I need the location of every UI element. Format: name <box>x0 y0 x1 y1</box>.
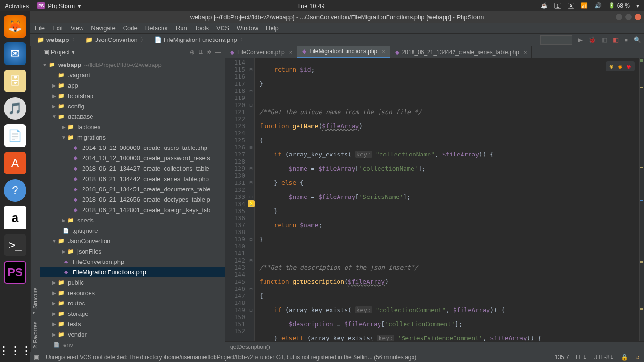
readonly-lock-icon[interactable]: 🔒 <box>621 354 628 361</box>
run-button-icon[interactable]: ▶ <box>578 36 583 43</box>
clock[interactable]: Tue 10:49 <box>81 2 541 9</box>
error-stripe[interactable] <box>639 58 644 341</box>
encoding[interactable]: UTF-8⇣ <box>594 354 614 361</box>
tree-file[interactable]: ◆FileConvertion.php <box>40 256 225 267</box>
menu-tools[interactable]: Tools <box>195 25 209 32</box>
tree-file[interactable]: ◆2018_06_21_142801_create_foreign_keys_t… <box>40 205 225 215</box>
opera-icon[interactable] <box>627 63 631 70</box>
wifi-icon[interactable]: 📶 <box>581 2 588 9</box>
editor-tab[interactable]: ◆FileConvertion.php× <box>225 46 297 58</box>
rhythmbox-icon[interactable]: 🎵 <box>4 97 26 120</box>
project-tree[interactable]: ▼📁webapp~/fldbProject/fldb-v2/webapp 📁.v… <box>40 58 225 352</box>
tree-file[interactable]: 📄env <box>40 339 225 350</box>
close-button[interactable] <box>635 14 641 20</box>
tool-window-quick-icon[interactable]: ▣ <box>34 354 39 361</box>
indicator-1-icon[interactable]: 1 <box>554 3 561 9</box>
coffee-icon[interactable]: ☕ <box>541 2 548 9</box>
hide-panel-icon[interactable]: — <box>215 49 221 56</box>
tree-folder[interactable]: ▶📁routes <box>40 298 225 308</box>
inspection-profile-icon[interactable]: ☺ <box>635 354 640 361</box>
status-message[interactable]: Unregistered VCS root detected: The dire… <box>46 354 548 361</box>
tree-folder[interactable]: ▶📁tests <box>40 319 225 329</box>
menu-window[interactable]: Window <box>237 25 258 32</box>
tree-file[interactable]: ◆2018_06_21_134451_create_documents_tabl… <box>40 184 225 194</box>
stop2-button-icon[interactable]: ■ <box>624 36 628 43</box>
tool-window-stripe[interactable]: 2: Favorites 7: Structure <box>30 46 40 352</box>
titlebar[interactable]: webapp [~/fldbProject/fldb-v2/webapp] - … <box>30 11 644 23</box>
editor-tab-active[interactable]: ◆FileMigrationFunctions.php× <box>297 46 390 58</box>
tree-root[interactable]: ▼📁webapp~/fldbProject/fldb-v2/webapp <box>40 59 225 70</box>
crumb-project[interactable]: 📁 webapp <box>33 35 82 45</box>
close-tab-icon[interactable]: × <box>382 49 385 54</box>
minimize-button[interactable] <box>616 14 622 20</box>
show-apps-icon[interactable]: ⋮⋮⋮ <box>4 339 26 362</box>
line-ending[interactable]: LF⇣ <box>576 354 587 361</box>
tree-folder[interactable]: ▶📁bootstrap <box>40 90 225 101</box>
stop-button-icon[interactable]: ◧ <box>613 36 619 43</box>
crumb-folder[interactable]: 📁 JsonConvertion <box>82 35 150 45</box>
coverage-icon[interactable]: ◧ <box>602 36 607 43</box>
cursor-position[interactable]: 135:7 <box>555 354 569 361</box>
activities-button[interactable]: Activities <box>5 2 29 9</box>
volume-icon[interactable]: 🔊 <box>594 2 602 9</box>
tree-file-selected[interactable]: ◆FileMigrationFunctions.php <box>40 267 225 277</box>
menu-refactor[interactable]: Refactor <box>145 25 168 32</box>
menu-help[interactable]: Help <box>266 25 279 32</box>
editor-tab[interactable]: ◆2018_06_21_134442_create_series_table.p… <box>390 46 532 58</box>
phpstorm-dock-icon[interactable]: PS <box>4 261 26 284</box>
menu-code[interactable]: Code <box>123 25 138 32</box>
menu-vcs[interactable]: VCS <box>216 25 229 32</box>
tree-folder[interactable]: ▼📁JsonConvertion <box>40 236 225 246</box>
intention-bulb-icon[interactable]: 💡 <box>248 200 255 207</box>
collapse-all-icon[interactable]: ⇊ <box>198 49 203 56</box>
project-view-button[interactable]: ▣ Project ▾ <box>43 49 75 56</box>
settings-icon[interactable]: ✲ <box>207 49 212 56</box>
chrome-icon[interactable] <box>610 63 613 70</box>
scroll-from-source-icon[interactable]: ⊕ <box>190 49 195 56</box>
menu-navigate[interactable]: Navigate <box>91 25 115 32</box>
tree-folder[interactable]: ▶📁factories <box>40 122 225 132</box>
code-content[interactable]: return $id; } /**Get the unique name fro… <box>255 58 639 341</box>
files-icon[interactable]: 🗄 <box>4 70 26 92</box>
tree-folder[interactable]: ▶📁jsonFiles <box>40 246 225 256</box>
browser-preview-icons[interactable] <box>606 61 635 71</box>
tree-file[interactable]: ◆2018_06_21_134442_create_series_table.p… <box>40 173 225 184</box>
menu-file[interactable]: File <box>35 25 45 32</box>
terminal-icon[interactable]: >_ <box>4 234 26 256</box>
firefox-icon[interactable]: 🦊 <box>4 15 26 38</box>
tree-folder[interactable]: ▶📁config <box>40 101 225 111</box>
crumb-file[interactable]: 📄 FileMigrationFunctions.php <box>150 35 250 45</box>
tree-folder[interactable]: ▶📁resources <box>40 288 225 298</box>
fold-column[interactable]: ⊟⊟⊟⊟⊟⊟⊟⊟⊟⊟⊟💡 <box>248 58 255 341</box>
run-config-dropdown[interactable] <box>540 35 572 45</box>
search-everywhere-icon[interactable]: 🔍 <box>634 36 641 43</box>
tree-file[interactable]: ◆2014_10_12_000000_create_users_table.ph… <box>40 142 225 153</box>
tree-folder[interactable]: ▶📁seeds <box>40 215 225 225</box>
tree-folder[interactable]: 📁.vagrant <box>40 70 225 80</box>
close-tab-icon[interactable]: × <box>289 49 292 55</box>
tree-file[interactable]: ◆2014_10_12_100000_create_password_reset… <box>40 153 225 163</box>
firefox-icon[interactable] <box>618 63 622 70</box>
code-breadcrumb[interactable]: getDescription() <box>225 341 644 352</box>
tree-file[interactable]: ◆2018_06_21_142656_create_doctypes_table… <box>40 194 225 205</box>
tree-file[interactable]: ◆2018_06_21_134427_create_collections_ta… <box>40 163 225 173</box>
maximize-button[interactable] <box>625 14 632 20</box>
help-icon[interactable]: ? <box>4 179 26 202</box>
amazon-icon[interactable]: a <box>4 206 26 229</box>
debug-button-icon[interactable]: 🐞 <box>588 36 596 43</box>
menu-view[interactable]: View <box>70 25 83 32</box>
libreoffice-icon[interactable]: 📄 <box>4 124 26 147</box>
code-editor[interactable]: 1141151161171181191201211221231241251261… <box>225 58 644 341</box>
tree-folder[interactable]: ▼📁database <box>40 111 225 122</box>
system-menu-icon[interactable]: ▾ <box>636 2 639 9</box>
tree-folder[interactable]: ▼📁migrations <box>40 132 225 142</box>
software-icon[interactable]: A <box>4 152 26 174</box>
tree-file[interactable]: 📄.gitignore <box>40 225 225 236</box>
close-tab-icon[interactable]: × <box>524 49 527 55</box>
menu-run[interactable]: Run <box>176 25 187 32</box>
tree-folder[interactable]: ▶📁vendor <box>40 329 225 339</box>
indicator-a-icon[interactable]: A <box>568 3 575 9</box>
battery-icon[interactable]: 🔋 68 % <box>608 2 630 9</box>
tree-folder[interactable]: ▶📁public <box>40 277 225 288</box>
thunderbird-icon[interactable]: ✉ <box>4 42 26 65</box>
